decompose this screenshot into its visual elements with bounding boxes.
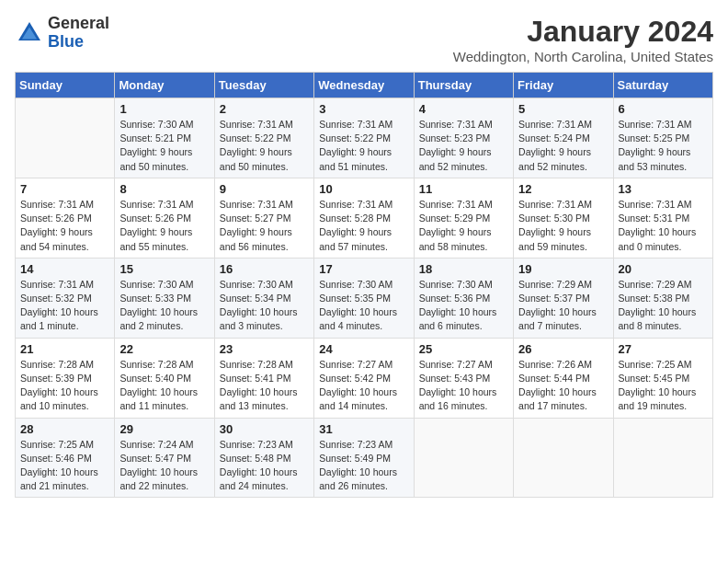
calendar-cell: 7Sunrise: 7:31 AMSunset: 5:26 PMDaylight…	[16, 178, 115, 258]
day-header-wednesday: Wednesday	[314, 73, 414, 98]
day-detail: Sunrise: 7:31 AMSunset: 5:24 PMDaylight:…	[518, 118, 608, 174]
day-detail: Sunrise: 7:28 AMSunset: 5:40 PMDaylight:…	[119, 358, 209, 414]
day-detail: Sunrise: 7:25 AMSunset: 5:45 PMDaylight:…	[619, 358, 708, 414]
calendar-cell: 17Sunrise: 7:30 AMSunset: 5:35 PMDayligh…	[314, 258, 414, 338]
day-detail: Sunrise: 7:25 AMSunset: 5:46 PMDaylight:…	[20, 438, 109, 494]
day-number: 11	[419, 182, 508, 196]
calendar-cell: 26Sunrise: 7:26 AMSunset: 5:44 PMDayligh…	[514, 338, 613, 418]
day-detail: Sunrise: 7:31 AMSunset: 5:29 PMDaylight:…	[419, 198, 508, 254]
day-header-monday: Monday	[115, 73, 214, 98]
day-detail: Sunrise: 7:31 AMSunset: 5:31 PMDaylight:…	[619, 198, 708, 254]
day-detail: Sunrise: 7:30 AMSunset: 5:36 PMDaylight:…	[419, 278, 508, 334]
calendar-header-row: SundayMondayTuesdayWednesdayThursdayFrid…	[16, 73, 713, 98]
day-header-tuesday: Tuesday	[214, 73, 313, 98]
calendar-cell: 10Sunrise: 7:31 AMSunset: 5:28 PMDayligh…	[314, 178, 414, 258]
day-detail: Sunrise: 7:31 AMSunset: 5:25 PMDaylight:…	[619, 118, 708, 174]
day-number: 4	[419, 102, 508, 116]
day-detail: Sunrise: 7:29 AMSunset: 5:38 PMDaylight:…	[619, 278, 708, 334]
calendar-cell: 28Sunrise: 7:25 AMSunset: 5:46 PMDayligh…	[16, 418, 115, 498]
day-number: 2	[220, 102, 309, 116]
day-number: 27	[619, 342, 708, 356]
calendar-cell: 23Sunrise: 7:28 AMSunset: 5:41 PMDayligh…	[214, 338, 313, 418]
calendar-cell: 29Sunrise: 7:24 AMSunset: 5:47 PMDayligh…	[115, 418, 214, 498]
calendar-cell: 14Sunrise: 7:31 AMSunset: 5:32 PMDayligh…	[16, 258, 115, 338]
day-number: 13	[619, 182, 708, 196]
day-header-thursday: Thursday	[414, 73, 513, 98]
day-detail: Sunrise: 7:31 AMSunset: 5:22 PMDaylight:…	[319, 118, 408, 174]
day-number: 14	[20, 262, 109, 276]
day-number: 16	[220, 262, 309, 276]
calendar-cell	[414, 418, 513, 498]
calendar-cell: 13Sunrise: 7:31 AMSunset: 5:31 PMDayligh…	[613, 178, 712, 258]
day-header-friday: Friday	[514, 73, 613, 98]
calendar-week-4: 21Sunrise: 7:28 AMSunset: 5:39 PMDayligh…	[16, 338, 713, 418]
calendar-cell: 25Sunrise: 7:27 AMSunset: 5:43 PMDayligh…	[414, 338, 513, 418]
day-number: 18	[419, 262, 508, 276]
day-number: 3	[319, 102, 408, 116]
calendar-cell: 31Sunrise: 7:23 AMSunset: 5:49 PMDayligh…	[314, 418, 414, 498]
calendar-cell: 11Sunrise: 7:31 AMSunset: 5:29 PMDayligh…	[414, 178, 513, 258]
day-detail: Sunrise: 7:31 AMSunset: 5:22 PMDaylight:…	[220, 118, 309, 174]
day-number: 5	[518, 102, 608, 116]
day-number: 9	[220, 182, 309, 196]
calendar-week-2: 7Sunrise: 7:31 AMSunset: 5:26 PMDaylight…	[16, 178, 713, 258]
day-detail: Sunrise: 7:31 AMSunset: 5:30 PMDaylight:…	[518, 198, 608, 254]
calendar-cell: 30Sunrise: 7:23 AMSunset: 5:48 PMDayligh…	[214, 418, 313, 498]
day-detail: Sunrise: 7:30 AMSunset: 5:21 PMDaylight:…	[119, 118, 209, 174]
calendar-cell: 5Sunrise: 7:31 AMSunset: 5:24 PMDaylight…	[514, 98, 613, 178]
day-number: 7	[20, 182, 109, 196]
day-detail: Sunrise: 7:28 AMSunset: 5:41 PMDaylight:…	[220, 358, 309, 414]
calendar-week-3: 14Sunrise: 7:31 AMSunset: 5:32 PMDayligh…	[16, 258, 713, 338]
day-detail: Sunrise: 7:31 AMSunset: 5:28 PMDaylight:…	[319, 198, 408, 254]
calendar-cell: 19Sunrise: 7:29 AMSunset: 5:37 PMDayligh…	[514, 258, 613, 338]
day-detail: Sunrise: 7:23 AMSunset: 5:48 PMDaylight:…	[220, 438, 309, 494]
day-number: 24	[319, 342, 408, 356]
logo-icon	[15, 18, 44, 48]
day-number: 1	[119, 102, 209, 116]
logo: General Blue	[15, 15, 109, 52]
day-detail: Sunrise: 7:29 AMSunset: 5:37 PMDaylight:…	[518, 278, 608, 334]
day-number: 19	[518, 262, 608, 276]
calendar-cell: 2Sunrise: 7:31 AMSunset: 5:22 PMDaylight…	[214, 98, 313, 178]
day-number: 22	[119, 342, 209, 356]
day-number: 28	[20, 422, 109, 436]
day-detail: Sunrise: 7:31 AMSunset: 5:32 PMDaylight:…	[20, 278, 109, 334]
calendar-cell	[514, 418, 613, 498]
calendar-week-1: 1Sunrise: 7:30 AMSunset: 5:21 PMDaylight…	[16, 98, 713, 178]
day-number: 17	[319, 262, 408, 276]
day-detail: Sunrise: 7:24 AMSunset: 5:47 PMDaylight:…	[119, 438, 209, 494]
day-number: 30	[220, 422, 309, 436]
calendar-cell: 20Sunrise: 7:29 AMSunset: 5:38 PMDayligh…	[613, 258, 712, 338]
calendar-cell	[16, 98, 115, 178]
calendar-cell	[613, 418, 712, 498]
page-header: General Blue January 2024 Weddington, No…	[15, 15, 713, 64]
day-number: 25	[419, 342, 508, 356]
day-detail: Sunrise: 7:27 AMSunset: 5:43 PMDaylight:…	[419, 358, 508, 414]
day-number: 23	[220, 342, 309, 356]
calendar-cell: 6Sunrise: 7:31 AMSunset: 5:25 PMDaylight…	[613, 98, 712, 178]
logo-blue-text: Blue	[48, 33, 109, 52]
day-number: 6	[619, 102, 708, 116]
location-subtitle: Weddington, North Carolina, United State…	[453, 49, 713, 64]
day-number: 12	[518, 182, 608, 196]
day-number: 15	[119, 262, 209, 276]
day-detail: Sunrise: 7:31 AMSunset: 5:23 PMDaylight:…	[419, 118, 508, 174]
day-number: 31	[319, 422, 408, 436]
calendar-cell: 1Sunrise: 7:30 AMSunset: 5:21 PMDaylight…	[115, 98, 214, 178]
day-detail: Sunrise: 7:30 AMSunset: 5:34 PMDaylight:…	[220, 278, 309, 334]
day-number: 26	[518, 342, 608, 356]
calendar-cell: 8Sunrise: 7:31 AMSunset: 5:26 PMDaylight…	[115, 178, 214, 258]
day-detail: Sunrise: 7:31 AMSunset: 5:26 PMDaylight:…	[119, 198, 209, 254]
logo-general-text: General	[48, 15, 109, 33]
calendar-cell: 3Sunrise: 7:31 AMSunset: 5:22 PMDaylight…	[314, 98, 414, 178]
day-header-saturday: Saturday	[613, 73, 712, 98]
day-detail: Sunrise: 7:27 AMSunset: 5:42 PMDaylight:…	[319, 358, 408, 414]
day-detail: Sunrise: 7:31 AMSunset: 5:26 PMDaylight:…	[20, 198, 109, 254]
calendar-cell: 16Sunrise: 7:30 AMSunset: 5:34 PMDayligh…	[214, 258, 313, 338]
calendar-cell: 27Sunrise: 7:25 AMSunset: 5:45 PMDayligh…	[613, 338, 712, 418]
calendar-cell: 4Sunrise: 7:31 AMSunset: 5:23 PMDaylight…	[414, 98, 513, 178]
day-detail: Sunrise: 7:30 AMSunset: 5:33 PMDaylight:…	[119, 278, 209, 334]
calendar-cell: 18Sunrise: 7:30 AMSunset: 5:36 PMDayligh…	[414, 258, 513, 338]
calendar-cell: 9Sunrise: 7:31 AMSunset: 5:27 PMDaylight…	[214, 178, 313, 258]
calendar-week-5: 28Sunrise: 7:25 AMSunset: 5:46 PMDayligh…	[16, 418, 713, 498]
